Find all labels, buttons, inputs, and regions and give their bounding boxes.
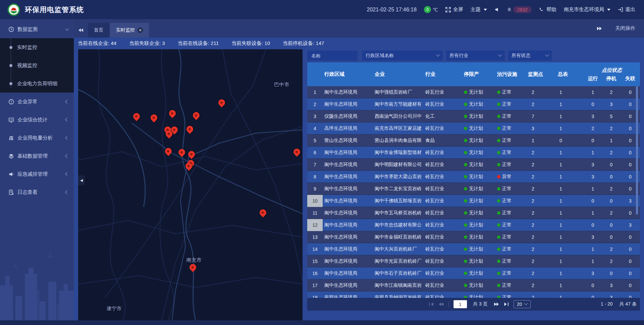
points-cell: 2 — [526, 243, 556, 255]
close-operations-button[interactable]: 关闭操作 — [615, 25, 635, 32]
stat-offline-devices: 当前失联设备: 10 — [231, 40, 270, 47]
tab-label: 实时监控 — [116, 27, 135, 33]
org-dropdown[interactable]: 南充市生态环境局 — [564, 6, 610, 13]
tabs-scroll-right-button[interactable] — [592, 21, 606, 36]
theme-dropdown[interactable]: 主题 — [471, 6, 487, 13]
region-cell: 阆中生态环境局 — [323, 171, 373, 183]
points-cell: 2 — [526, 159, 556, 171]
table-row[interactable]: 11阆中生态环境局阆中市五马桥页岩机砖砖瓦行业无计划正常21120 — [307, 207, 640, 219]
name-filter-field[interactable] — [307, 51, 358, 61]
table-row[interactable]: 12阆中生态环境局阆中市忠信建材有限公砖瓦行业无计划正常21003 — [307, 219, 640, 231]
company-cell: 阆中强锐页岩砖厂 — [373, 86, 424, 98]
tab-close-icon[interactable]: ✕ — [138, 28, 143, 33]
logout-button[interactable]: 退出 — [618, 6, 635, 13]
chevron-left-icon — [65, 190, 69, 194]
chevron-left-icon — [65, 100, 69, 103]
pagination-summary: 1 - 20 共 47 条 — [601, 301, 637, 307]
row-number-cell: 16 — [307, 267, 323, 279]
points-cell: 2 — [526, 219, 556, 231]
limit-status-cell: 无计划 — [462, 255, 495, 267]
table-row[interactable]: 14阆中生态环境局阆中大兴页岩机砖厂砖瓦行业无计划正常21120 — [307, 243, 640, 255]
table-row[interactable]: 16阆中生态环境局阆中市石子页岩机砖厂砖瓦行业无计划正常21300 — [307, 267, 640, 279]
chevron-left-icon — [65, 136, 69, 140]
table-row[interactable]: 7阆中生态环境局阆中明阳建材有限公司砖瓦行业无计划正常21300 — [307, 159, 640, 171]
next-page-button[interactable] — [494, 302, 499, 307]
facility-status-cell: 正常 — [495, 207, 526, 219]
table-row[interactable]: 18南部生态环境局南部县升钟湖页岩砖有砖瓦行业无计划正常21030 — [307, 291, 640, 298]
table-scrollbar[interactable] — [636, 86, 638, 215]
stopped-cell: 0 — [602, 267, 621, 279]
pin-icon — [132, 112, 141, 121]
stat-stopped-devices: 当前停机设备: 147 — [283, 40, 324, 47]
tab-home[interactable]: 首页 — [88, 23, 109, 38]
page-number-input[interactable] — [453, 300, 467, 308]
sidebar-item-power-usage-analysis[interactable]: 企业用电量分析 — [0, 129, 74, 147]
table-row[interactable]: 2阆中生态环境局阆中市南方节能建材有砖瓦行业无计划正常21030 — [307, 98, 640, 110]
table-row[interactable]: 13阆中生态环境局阆中市金福旺页岩机砖砖瓦行业无计划正常21300 — [307, 231, 640, 243]
fullscreen-button[interactable]: 全屏 — [445, 6, 463, 13]
status-dot-icon — [464, 211, 467, 215]
region-cell: 阆中生态环境局 — [323, 195, 373, 207]
pin-icon — [217, 98, 226, 107]
map-city-label: 遂宁市 — [107, 306, 122, 312]
page-size-value: 20 — [517, 302, 522, 307]
company-cell: 阆中市江南镇阆南页岩 — [373, 279, 424, 291]
panel-collapse-handle[interactable]: ◀ — [78, 175, 85, 185]
help-label: 帮助 — [546, 6, 556, 13]
region-filter-value: 行政区域名称 — [366, 53, 394, 59]
status-dot-icon — [464, 163, 467, 166]
help-button[interactable]: 帮助 — [539, 6, 556, 13]
table-row[interactable]: 6阆中生态环境局阆中市金博瑞新型墙材砖瓦行业无计划正常21120 — [307, 147, 640, 159]
tabbar-actions: 关闭操作 — [592, 19, 644, 38]
table-row[interactable]: 15阆中生态环境局阆中市光富页岩机砖厂砖瓦行业无计划正常21120 — [307, 255, 640, 267]
sidebar-subitem-power-load-detail[interactable]: 企业电力负荷明细 — [0, 74, 74, 93]
company-cell: 阆中市金福旺页岩机砖 — [373, 231, 424, 243]
status-dot-icon — [497, 223, 500, 227]
first-page-button[interactable] — [429, 302, 434, 307]
stopped-cell: 1 — [602, 134, 621, 147]
status-filter-select[interactable]: 所有状态 — [508, 51, 552, 61]
sidebar-item-company-statistics[interactable]: 企业综合统计 — [0, 111, 74, 129]
table-row[interactable]: 8阆中生态环境局阆中市枣碧大梁山页岩砖瓦行业无计划异常21300 — [307, 171, 640, 183]
last-page-button[interactable] — [504, 302, 509, 307]
table-row[interactable]: 3仪陇生态环境局西南油气田分公司川中化工无计划正常71350 — [307, 110, 640, 122]
region-cell: 阆中生态环境局 — [323, 98, 373, 110]
tab-realtime-monitoring[interactable]: 实时监控✕ — [110, 23, 149, 38]
table-row[interactable]: 4高坪生态环境局南充市高坪区王家店建砖瓦行业无计划正常31220 — [307, 122, 640, 134]
pin-icon — [177, 148, 186, 157]
facility-status-cell: 正常 — [495, 255, 526, 267]
points-cell: 7 — [526, 110, 556, 122]
industry-filter-select[interactable]: 所有行业 — [446, 51, 505, 61]
name-filter-input[interactable] — [311, 53, 354, 59]
page-size-select[interactable]: 20 — [514, 300, 531, 308]
pagination-controls: 共 3 页 20 — [429, 300, 531, 308]
sidebar-item-company-abnormal[interactable]: 企业异常 — [0, 93, 74, 111]
table-row[interactable]: 9阆中生态环境局阆中市二龙长宝页岩砖砖瓦行业无计划正常21120 — [307, 183, 640, 195]
sidebar-item-emergency-reduction[interactable]: 应急减排管理 — [0, 165, 74, 183]
mute-button[interactable] — [494, 7, 499, 12]
region-cell: 阆中生态环境局 — [323, 86, 373, 98]
pin-icon — [149, 113, 159, 122]
region-filter-select[interactable]: 行政区域名称 — [362, 51, 443, 61]
sidebar-item-data-monitoring[interactable]: 数据监测 — [0, 20, 74, 38]
sidebar-item-log-view[interactable]: 日志查看 — [0, 183, 74, 201]
table-row[interactable]: 1阆中生态环境局阆中强锐页岩砖厂砖瓦行业无计划正常21120 — [307, 86, 640, 98]
prev-page-button[interactable] — [438, 302, 444, 307]
status-dot-icon — [464, 272, 467, 275]
region-cell: 阆中生态环境局 — [323, 147, 373, 159]
sidebar-subitem-realtime-monitoring[interactable]: 实时监控 — [0, 38, 74, 56]
sidebar-item-label: 企业用电量分析 — [17, 135, 66, 141]
running-cell: 0 — [584, 195, 602, 207]
sidebar-subitem-video-monitoring[interactable]: 视频监控 — [0, 56, 74, 74]
sidebar-item-base-data-management[interactable]: 基础数据管理 — [0, 147, 74, 165]
tabbar: 首页实时监控✕ 关闭操作 — [74, 19, 644, 38]
notification-button[interactable]: 2632 — [507, 6, 532, 13]
table-row[interactable]: 17阆中生态环境局阆中市江南镇阆南页岩砖瓦行业无计划正常21030 — [307, 279, 640, 291]
tabs-scroll-left-button[interactable] — [74, 23, 88, 38]
points-cell: 2 — [526, 207, 556, 219]
table-row[interactable]: 5营山生态环境局营山县润丰肉食品有限食品无计划正常10010 — [307, 134, 640, 147]
status-dot-icon — [497, 284, 500, 287]
map-panel[interactable]: 巴中市南充市遂宁市 ◀ — [78, 49, 303, 320]
sidebar-item-label: 日志查看 — [17, 189, 66, 196]
table-row[interactable]: 10阆中生态环境局阆中千佛镇五郎垭页岩砖瓦行业无计划正常21003 — [307, 195, 640, 207]
